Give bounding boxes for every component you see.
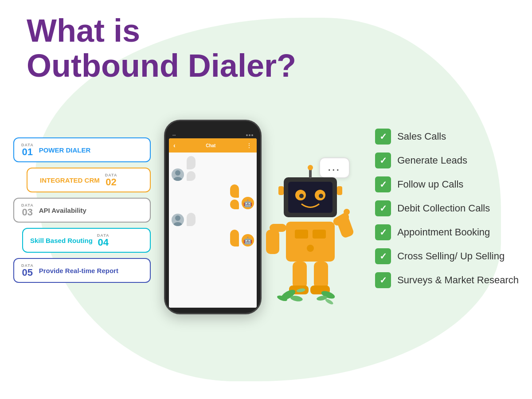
data-badge-4: DATA 04 (97, 233, 110, 247)
data-badge-2b: DATA 02 (105, 173, 117, 187)
check-item-1: ✓ Sales Calls (375, 129, 519, 145)
check-label-7: Surveys & Market Research (397, 274, 519, 286)
check-box-1: ✓ (375, 129, 391, 145)
check-item-7: ✓ Surveys & Market Research (375, 272, 519, 288)
phone-header: ‹ Chat ⋮ (169, 138, 257, 153)
data-badge-1: DATA 01 (21, 143, 34, 157)
title-line2: Outbound Dialer? (27, 48, 296, 83)
check-label-2: Generate Leads (397, 155, 467, 166)
feature-card-1: DATA 01 POWER DIALER (13, 137, 151, 162)
feature-card-5: DATA 05 Provide Real-time Report (13, 258, 151, 283)
card-text-2: INTEGRATED CRM (40, 176, 100, 184)
robot-ear-left (278, 186, 284, 195)
robot-hand-right (344, 209, 350, 215)
chat-row-4: 🤖 (172, 230, 254, 246)
chat-row-2: 🤖 (172, 184, 254, 209)
robot-body-panel-right (313, 230, 326, 239)
svg-point-2 (175, 215, 180, 221)
title-line1: What is (27, 13, 296, 48)
check-item-4: ✓ Debit Collection Calls (375, 200, 519, 216)
robot-svg (262, 164, 359, 319)
check-box-6: ✓ (375, 248, 391, 264)
robot-leg-right (314, 262, 328, 288)
card-text-4: Skill Based Routing (30, 237, 93, 244)
check-box-4: ✓ (375, 200, 391, 216)
robot-illustration (262, 164, 359, 319)
svg-point-0 (175, 170, 180, 176)
check-box-2: ✓ (375, 153, 391, 168)
robot-arm-lower-right (335, 214, 354, 239)
check-mark-2: ✓ (379, 155, 387, 166)
feature-card-4: Skill Based Routing DATA 04 (22, 228, 151, 253)
robot-body-panel-left (295, 230, 308, 239)
left-feature-cards: DATA 01 POWER DIALER INTEGRATED CRM DATA… (13, 137, 151, 283)
chat-row-1 (172, 156, 254, 181)
check-label-5: Appointment Booking (397, 227, 490, 238)
chat-bubbles-4 (230, 230, 239, 246)
robot-arm-lower-left (266, 230, 279, 254)
robot-pupil-left (299, 194, 304, 198)
svg-point-10 (325, 298, 334, 305)
phone-status-bar: ••• (169, 133, 257, 138)
check-item-2: ✓ Generate Leads (375, 153, 519, 168)
checklist: ✓ Sales Calls ✓ Generate Leads ✓ Follow … (375, 129, 519, 288)
chat-avatar-person-1 (172, 168, 184, 181)
robot-leg-left (293, 262, 307, 288)
check-item-3: ✓ Follow up Calls (375, 176, 519, 192)
chat-bubbles-2 (230, 184, 239, 209)
chat-row-3 (172, 213, 254, 226)
chat-area: 🤖 (169, 153, 257, 308)
chat-avatar-robot-1: 🤖 (242, 197, 254, 209)
feature-card-3: DATA 03 API Availability (13, 198, 151, 223)
check-item-5: ✓ Appointment Booking (375, 224, 519, 240)
feature-card-2: INTEGRATED CRM DATA 02 (27, 168, 151, 192)
check-label-1: Sales Calls (397, 131, 446, 142)
robot-ear-right (337, 186, 342, 195)
card-text-5: Provide Real-time Report (39, 267, 118, 274)
phone-mockup: ••• ‹ Chat ⋮ (164, 120, 262, 314)
robot-antenna-tip (308, 165, 313, 170)
check-mark-3: ✓ (379, 179, 387, 190)
check-label-4: Debit Collection Calls (397, 203, 490, 214)
check-mark-4: ✓ (379, 203, 387, 214)
robot-body-center (307, 245, 314, 252)
check-box-5: ✓ (375, 224, 391, 240)
data-badge-3: DATA 03 (21, 203, 34, 217)
phone-notch (200, 126, 226, 131)
robot-pupil-right (319, 194, 323, 198)
card-text-1: POWER DIALER (39, 146, 91, 154)
title-block: What is Outbound Dialer? (27, 13, 296, 83)
phone-body: ••• ‹ Chat ⋮ (164, 120, 262, 314)
chat-avatar-person-2 (172, 214, 184, 226)
chat-bubbles-3 (187, 213, 196, 226)
check-label-3: Follow up Calls (397, 179, 463, 190)
check-box-7: ✓ (375, 272, 391, 288)
main-content: What is Outbound Dialer? DATA 01 POWER D… (0, 0, 532, 399)
robot-body (286, 222, 335, 262)
phone-screen: ‹ Chat ⋮ (169, 138, 257, 308)
data-badge-5: DATA 05 (21, 263, 34, 278)
check-label-6: Cross Selling/ Up Selling (397, 250, 505, 262)
chat-avatar-robot-2: 🤖 (242, 234, 254, 246)
check-item-6: ✓ Cross Selling/ Up Selling (375, 248, 519, 264)
check-mark-1: ✓ (379, 131, 387, 142)
svg-point-3 (173, 222, 182, 226)
svg-point-1 (173, 177, 182, 181)
check-mark-7: ✓ (379, 275, 387, 286)
check-box-3: ✓ (375, 176, 391, 192)
chat-bubbles-1 (187, 156, 196, 181)
check-mark-6: ✓ (379, 251, 387, 262)
robot-screen (288, 182, 332, 213)
check-mark-5: ✓ (379, 227, 387, 238)
card-text-3: API Availability (39, 207, 86, 214)
